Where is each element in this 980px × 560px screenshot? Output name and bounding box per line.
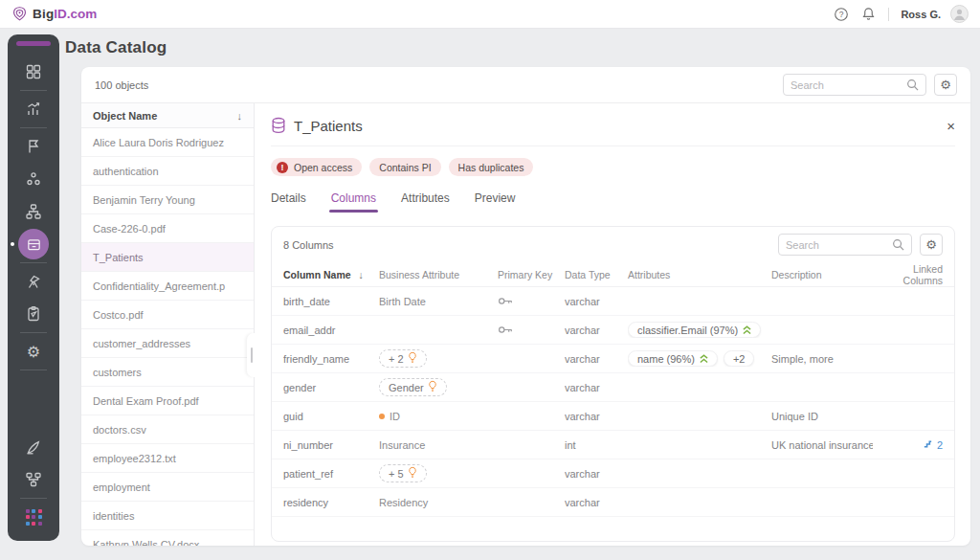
bigid-logo[interactable]: BigID.com bbox=[11, 6, 97, 22]
attributes-cell: name (96%)+2 bbox=[628, 350, 771, 367]
suggested-attribute-pill[interactable]: Gender bbox=[379, 378, 447, 396]
sidebar-item-settings[interactable]: ⚙ bbox=[8, 335, 59, 368]
user-name[interactable]: Ross G. bbox=[901, 9, 941, 20]
bulb-icon bbox=[408, 466, 417, 481]
sidebar-item-signature[interactable] bbox=[8, 431, 59, 463]
tab-attributes[interactable]: Attributes bbox=[401, 191, 450, 213]
attribute-pill[interactable]: classifier.Email (97%) bbox=[628, 322, 761, 338]
linked-count[interactable]: 2 bbox=[937, 439, 943, 451]
business-attribute-cell: ID bbox=[379, 411, 498, 422]
object-list-item[interactable]: Kathryn Wells CV.docx bbox=[81, 530, 254, 546]
tab-details[interactable]: Details bbox=[271, 191, 306, 213]
data-type-cell: varchar bbox=[565, 468, 628, 480]
sidebar-item-analytics[interactable] bbox=[8, 93, 59, 125]
suggested-attribute-pill[interactable]: + 2 bbox=[379, 349, 427, 368]
header-data-type: Data Type bbox=[565, 269, 628, 280]
sidebar-item-reports[interactable] bbox=[8, 298, 59, 330]
tag-label: Open access bbox=[294, 162, 352, 173]
attribute-pill[interactable]: +2 bbox=[724, 350, 755, 367]
columns-search-input[interactable] bbox=[786, 239, 892, 251]
object-list-item[interactable]: doctors.csv bbox=[81, 415, 254, 444]
sidebar-item-discovery[interactable] bbox=[8, 265, 59, 298]
attribute-label: classifier.Email (97%) bbox=[637, 325, 738, 336]
columns-toolbar: 8 Columns ⚙ bbox=[272, 227, 954, 262]
logo-text-big: Big bbox=[33, 7, 54, 21]
object-list-item[interactable]: Case-226-0.pdf bbox=[81, 214, 254, 243]
header-description: Description bbox=[771, 269, 873, 280]
object-list-item[interactable]: employment bbox=[81, 473, 254, 502]
data-type-cell: int bbox=[565, 439, 628, 451]
table-header: Column Name ↓ Business Attribute Primary… bbox=[272, 262, 954, 287]
object-list-item[interactable]: T_Patients bbox=[81, 243, 254, 272]
tab-preview[interactable]: Preview bbox=[475, 191, 516, 213]
object-list-item[interactable]: Benjamin Terry Young bbox=[81, 186, 254, 214]
sort-desc-icon[interactable]: ↓ bbox=[359, 269, 364, 280]
detail-title: T_Patients bbox=[294, 118, 939, 134]
table-row[interactable]: birth_dateBirth Datevarchar bbox=[272, 287, 954, 316]
table-row[interactable]: genderGendervarchar bbox=[272, 373, 954, 402]
table-row[interactable]: guidIDvarcharUnique ID bbox=[272, 402, 954, 431]
attribute-label: +2 bbox=[733, 353, 746, 365]
sidebar-item-data-catalog[interactable] bbox=[8, 228, 59, 260]
sidebar-item-data-flows[interactable] bbox=[8, 463, 59, 496]
search-icon bbox=[906, 78, 919, 91]
sidebar-item-clusters[interactable] bbox=[8, 163, 59, 195]
column-name-cell: birth_date bbox=[283, 296, 379, 307]
business-attribute-label: Residency bbox=[379, 497, 428, 508]
object-list-item[interactable]: Dental Exam Proof.pdf bbox=[81, 387, 254, 415]
tag-pill[interactable]: Has duplicates bbox=[449, 158, 534, 176]
business-attribute-cell: + 2 bbox=[379, 349, 498, 368]
data-type-cell: varchar bbox=[565, 325, 628, 336]
primary-key-icon bbox=[498, 325, 514, 335]
close-icon[interactable]: × bbox=[947, 119, 955, 133]
catalog-search[interactable] bbox=[783, 74, 926, 96]
object-list-item[interactable]: Confidentiality_Agreement.p bbox=[81, 272, 254, 301]
sort-desc-icon[interactable]: ↓ bbox=[237, 110, 243, 122]
data-type-cell: varchar bbox=[565, 296, 628, 307]
catalog-settings-button[interactable]: ⚙ bbox=[934, 74, 957, 96]
sidebar-item-policies[interactable] bbox=[8, 130, 59, 163]
sidebar-item-hierarchy[interactable] bbox=[8, 195, 59, 228]
column-name-cell: ni_number bbox=[283, 439, 379, 451]
table-row[interactable]: residencyResidencyvarchar bbox=[272, 488, 954, 517]
table-row[interactable]: friendly_name+ 2varcharname (96%)+2Simpl… bbox=[272, 345, 954, 373]
object-list-item[interactable]: customer_addresses bbox=[81, 329, 254, 358]
tag-pill[interactable]: Contains PI bbox=[369, 158, 440, 176]
business-attribute-cell: Residency bbox=[379, 497, 498, 508]
sidebar-item-dashboard[interactable] bbox=[8, 56, 59, 88]
object-list-item[interactable]: identities bbox=[81, 502, 254, 530]
sidebar-item-apps[interactable] bbox=[8, 501, 59, 533]
columns-settings-button[interactable]: ⚙ bbox=[920, 234, 943, 256]
collapse-handle[interactable] bbox=[247, 333, 256, 377]
business-attribute-label: Birth Date bbox=[379, 296, 426, 307]
tag-pill[interactable]: !Open access bbox=[271, 158, 362, 176]
bigid-fingerprint-icon bbox=[11, 6, 28, 22]
object-list-item[interactable]: customers bbox=[81, 358, 254, 387]
columns-search[interactable] bbox=[778, 234, 912, 256]
tab-columns[interactable]: Columns bbox=[331, 191, 376, 213]
object-list-item[interactable]: employee2312.txt bbox=[81, 444, 254, 473]
business-attribute-cell: Gender bbox=[379, 378, 498, 396]
attribute-pill[interactable]: name (96%) bbox=[628, 350, 718, 367]
id-dot-icon bbox=[379, 414, 385, 419]
description-cell: UK national insurance bbox=[771, 439, 873, 451]
sidebar-divider bbox=[20, 262, 47, 263]
data-type-cell: varchar bbox=[565, 411, 628, 422]
bell-icon[interactable] bbox=[859, 6, 877, 23]
object-list-item[interactable]: authentication bbox=[81, 157, 254, 186]
columns-table: birth_dateBirth Datevarcharemail_addrvar… bbox=[272, 287, 954, 517]
catalog-search-input[interactable] bbox=[791, 79, 906, 91]
confidence-icon bbox=[700, 353, 708, 364]
table-row[interactable]: patient_ref+ 5varchar bbox=[272, 459, 954, 488]
help-icon[interactable]: ? bbox=[833, 6, 850, 23]
primary-key-icon bbox=[498, 296, 514, 306]
detail-panel: T_Patients × !Open accessContains PIHas … bbox=[256, 103, 970, 546]
object-list-item[interactable]: Costco.pdf bbox=[81, 301, 254, 329]
table-row[interactable]: email_addrvarcharclassifier.Email (97%) bbox=[272, 316, 954, 345]
avatar[interactable] bbox=[950, 5, 969, 23]
table-row[interactable]: ni_numberInsuranceintUK national insuran… bbox=[272, 431, 954, 459]
business-attribute-label: ID bbox=[390, 411, 400, 422]
linked-columns-icon bbox=[923, 438, 933, 451]
object-list-item[interactable]: Alice Laura Doris Rodriguez bbox=[81, 128, 254, 157]
suggested-attribute-pill[interactable]: + 5 bbox=[379, 464, 427, 482]
